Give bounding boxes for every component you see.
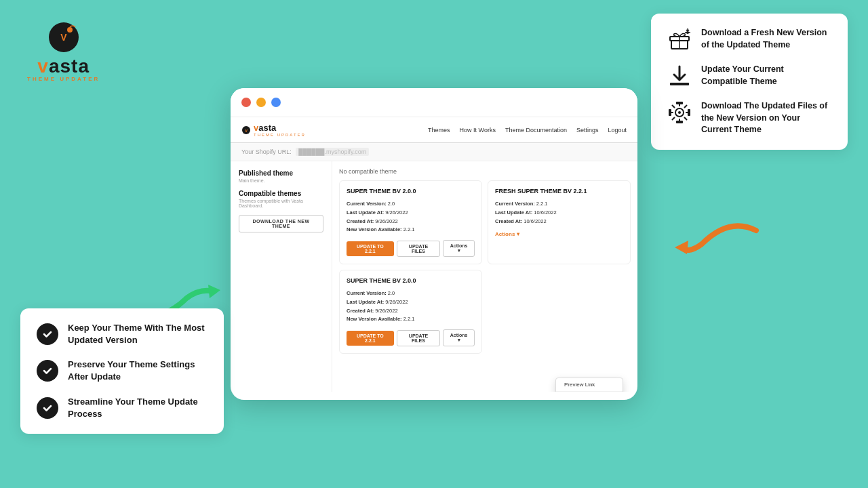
app-logo-sub: THEME UPDATER (254, 133, 306, 137)
left-features-card: Keep Your Theme With The Most Updated Ve… (20, 308, 224, 434)
svg-rect-10 (676, 102, 683, 104)
theme-2-title: FRESH SUPER THEME BV 2.2.1 (495, 188, 623, 195)
svg-point-2 (67, 27, 73, 33)
dropdown-preview-link[interactable]: Preview Link (556, 378, 623, 392)
theme-3-title: SUPER THEME BV 2.0.0 (347, 277, 475, 284)
actions-dropdown-button-1[interactable]: Actions ▾ (443, 240, 475, 257)
update-to-221-button[interactable]: UPDATE TO 2.2.1 (347, 241, 394, 256)
nav-themes[interactable]: Themes (428, 127, 450, 134)
svg-rect-7 (670, 83, 689, 85)
dot-yellow (256, 98, 266, 107)
feature-item-3: Streamline Your Theme Update Process (37, 396, 208, 420)
app-nav-links: Themes How It Works Theme Documentation … (428, 127, 627, 134)
dot-blue (271, 98, 281, 107)
app-main: Published theme Main theme. Compatible t… (231, 161, 637, 392)
theme-1-info: Current Version: 2.0 Last Update At: 9/2… (347, 200, 475, 235)
svg-marker-17 (208, 285, 220, 298)
right-card-text-1: Download a Fresh New Version of the Upda… (701, 27, 831, 51)
feature-text-3: Streamline Your Theme Update Process (68, 396, 208, 420)
nav-documentation[interactable]: Theme Documentation (505, 127, 567, 134)
gift-box-icon (667, 27, 692, 52)
right-card-text-3: Download The Updated Files of the New Ve… (701, 100, 831, 136)
app-logo: V vasta THEME UPDATER (241, 123, 306, 137)
browser-titlebar (231, 88, 637, 117)
theme-2-info: Current Version: 2.2.1 Last Update At: 1… (495, 200, 623, 226)
svg-rect-11 (676, 121, 683, 123)
right-card-text-2: Update Your Current Compatible Theme (701, 64, 831, 87)
browser-content: V vasta THEME UPDATER Themes How It Work… (231, 117, 637, 395)
svg-rect-13 (688, 109, 690, 116)
gear-icon (667, 100, 692, 125)
theme-card-1: SUPER THEME BV 2.0.0 Current Version: 2.… (339, 180, 482, 264)
right-card-item-3: Download The Updated Files of the New Ve… (667, 100, 831, 136)
svg-point-9 (678, 111, 681, 114)
right-card-item-2: Update Your Current Compatible Theme (667, 64, 831, 88)
nav-settings[interactable]: Settings (576, 127, 599, 134)
theme-3-actions: UPDATE TO 2.2.1 UPDATE FILES Actions ▾ (347, 329, 475, 346)
checkmark-icon-2 (42, 365, 53, 376)
svg-rect-12 (669, 109, 671, 116)
svg-marker-14 (675, 241, 688, 254)
published-theme-sub: Main theme. (239, 178, 323, 183)
update-files-button[interactable]: UPDATE FILES (397, 241, 441, 257)
svg-text:V: V (60, 32, 67, 43)
actions-dropdown-trigger-2[interactable]: Actions ▾ (495, 231, 519, 237)
download-new-theme-button[interactable]: DOWNLOAD THE NEW THEME (239, 215, 323, 232)
theme-1-actions: UPDATE TO 2.2.1 UPDATE FILES Actions ▾ (347, 240, 475, 257)
theme-3-info: Current Version: 2.0 Last Update At: 9/2… (347, 289, 475, 324)
shopify-url-bar: Your Shopify URL: ██████.myshopify.com (231, 143, 637, 161)
feature-item-2: Preserve Your Theme Settings After Updat… (37, 359, 208, 383)
compatible-themes-title: Compatible themes (239, 190, 323, 197)
app-navbar: V vasta THEME UPDATER Themes How It Work… (231, 117, 637, 143)
app-themes-area: No compatible theme SUPER THEME BV 2.0.0… (332, 161, 637, 392)
published-theme-title: Published theme (239, 169, 323, 177)
no-compatible-text: No compatible theme (339, 168, 631, 175)
themes-grid: SUPER THEME BV 2.0.0 Current Version: 2.… (339, 180, 631, 354)
update-files-button-2[interactable]: UPDATE FILES (397, 330, 441, 346)
check-circle-3 (37, 397, 58, 419)
actions-dropdown-menu: Preview Link Edit Code Customize Delete (555, 378, 623, 392)
app-logo-text: vasta (254, 123, 306, 133)
download-icon (667, 64, 692, 88)
logo-area: V vasta THEME UPDATER (27, 20, 100, 82)
check-circle-1 (37, 323, 58, 345)
actions-dropdown-button-3[interactable]: Actions ▾ (443, 329, 475, 346)
right-info-card: Download a Fresh New Version of the Upda… (651, 14, 848, 150)
feature-text-2: Preserve Your Theme Settings After Updat… (68, 359, 208, 383)
update-to-221-button-2[interactable]: UPDATE TO 2.2.1 (347, 331, 394, 346)
checkmark-icon-3 (42, 403, 53, 413)
logo-subtitle: THEME UPDATER (27, 76, 100, 82)
right-card-item-1: Download a Fresh New Version of the Upda… (667, 27, 831, 52)
nav-how-it-works[interactable]: How It Works (460, 127, 496, 134)
logo-icon: V (47, 20, 81, 54)
logo-text: vasta (37, 57, 90, 76)
theme-1-title: SUPER THEME BV 2.0.0 (347, 188, 475, 195)
browser-mockup: V vasta THEME UPDATER Themes How It Work… (231, 88, 637, 400)
checkmark-icon-1 (42, 329, 53, 340)
shopify-url-value: ██████.myshopify.com (296, 148, 369, 156)
dot-red (241, 98, 251, 107)
shopify-url-label: Your Shopify URL: (241, 148, 292, 155)
orange-arrow-icon (675, 210, 763, 271)
nav-logout[interactable]: Logout (608, 127, 627, 134)
app-logo-icon: V (241, 125, 251, 135)
feature-text-1: Keep Your Theme With The Most Updated Ve… (68, 322, 208, 346)
compatible-themes-sub: Themes compatible with Vasta Dashboard. (239, 199, 323, 208)
feature-item-1: Keep Your Theme With The Most Updated Ve… (37, 322, 208, 346)
theme-2-actions: Actions ▾ (495, 231, 623, 237)
theme-card-3: SUPER THEME BV 2.0.0 Current Version: 2.… (339, 270, 482, 354)
theme-card-2: FRESH SUPER THEME BV 2.2.1 Current Versi… (488, 180, 631, 264)
check-circle-2 (37, 360, 58, 382)
app-sidebar: Published theme Main theme. Compatible t… (231, 161, 332, 392)
svg-text:V: V (245, 129, 248, 133)
